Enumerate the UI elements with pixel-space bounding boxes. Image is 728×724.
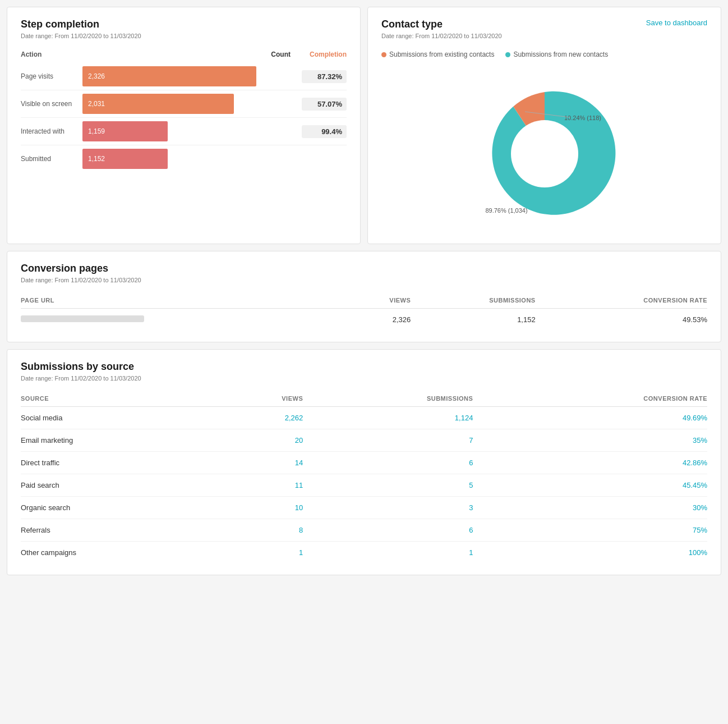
submissions-cell: 1,124 bbox=[303, 407, 473, 429]
submissions-cell: 6 bbox=[303, 519, 473, 542]
contact-type-subtitle: Date range: From 11/02/2020 to 11/03/202… bbox=[381, 33, 502, 39]
legend: Submissions from existing contacts Submi… bbox=[381, 51, 707, 58]
conversion-rate-cell: 42.86% bbox=[473, 452, 707, 474]
views-cell: 2,262 bbox=[225, 407, 303, 429]
step-table-header: Action Count Completion bbox=[21, 48, 347, 63]
submissions-cell: 1,152 bbox=[411, 309, 535, 331]
step-completion-title: Step completion bbox=[21, 19, 347, 30]
step-row: Page visits 2,326 87.32% bbox=[21, 63, 347, 90]
top-row: Step completion Date range: From 11/02/2… bbox=[7, 7, 721, 244]
contact-type-card: Contact type Date range: From 11/02/2020… bbox=[367, 7, 721, 244]
table-row: Organic search 10 3 30% bbox=[21, 497, 707, 519]
conversion-rate-cell: 100% bbox=[473, 542, 707, 564]
sub-col-submissions: SUBMISSIONS bbox=[303, 391, 473, 407]
submissions-cell: 3 bbox=[303, 497, 473, 519]
step-row: Interacted with 1,159 99.4% bbox=[21, 118, 347, 145]
source-cell: Paid search bbox=[21, 474, 225, 497]
views-cell: 1 bbox=[225, 542, 303, 564]
conversion-rate-cell: 30% bbox=[473, 497, 707, 519]
submissions-subtitle: Date range: From 11/02/2020 to 11/03/202… bbox=[21, 375, 707, 382]
conversion-pages-title: Conversion pages bbox=[21, 263, 707, 274]
col-conversion-rate: CONVERSION RATE bbox=[536, 292, 707, 309]
table-row: Email marketing 20 7 35% bbox=[21, 429, 707, 452]
conversion-rate-cell: 35% bbox=[473, 429, 707, 452]
step-bar: 1,159 bbox=[82, 121, 168, 141]
views-cell: 11 bbox=[225, 474, 303, 497]
submissions-cell: 1 bbox=[303, 542, 473, 564]
save-to-dashboard-link[interactable]: Save to dashboard bbox=[646, 19, 707, 27]
table-row: Referrals 8 6 75% bbox=[21, 519, 707, 542]
conversion-rate-cell: 49.53% bbox=[536, 309, 707, 331]
step-completion-subtitle: Date range: From 11/02/2020 to 11/03/202… bbox=[21, 33, 347, 39]
page-wrapper: Step completion Date range: From 11/02/2… bbox=[0, 0, 728, 582]
contact-type-header: Contact type Date range: From 11/02/2020… bbox=[381, 19, 707, 48]
submissions-cell: 6 bbox=[303, 452, 473, 474]
views-cell: 8 bbox=[225, 519, 303, 542]
conversion-rate-cell: 75% bbox=[473, 519, 707, 542]
source-cell: Organic search bbox=[21, 497, 225, 519]
step-row: Submitted 1,152 bbox=[21, 145, 347, 172]
sub-col-conversion-rate: CONVERSION RATE bbox=[473, 391, 707, 407]
source-cell: Social media bbox=[21, 407, 225, 429]
submissions-cell: 7 bbox=[303, 429, 473, 452]
bar-container: 1,152 bbox=[82, 149, 297, 169]
new-label: 89.76% (1,034) bbox=[485, 207, 527, 214]
contact-type-title: Contact type bbox=[381, 19, 502, 30]
bar-container: 2,031 bbox=[82, 94, 297, 114]
legend-item: Submissions from existing contacts bbox=[381, 51, 494, 58]
submissions-tbody: Social media 2,262 1,124 49.69% Email ma… bbox=[21, 407, 707, 564]
legend-dot bbox=[381, 52, 386, 57]
conversion-pages-subtitle: Date range: From 11/02/2020 to 11/03/202… bbox=[21, 277, 707, 283]
bar-container: 2,326 bbox=[82, 66, 297, 86]
bar-container: 1,159 bbox=[82, 121, 297, 141]
views-cell: 14 bbox=[225, 452, 303, 474]
header-action: Action bbox=[21, 51, 257, 58]
page-url-cell bbox=[21, 309, 353, 331]
step-bar: 1,152 bbox=[82, 149, 168, 169]
sub-col-views: VIEWS bbox=[225, 391, 303, 407]
step-bar: 2,031 bbox=[82, 94, 234, 114]
views-cell: 20 bbox=[225, 429, 303, 452]
header-count: Count bbox=[257, 51, 291, 58]
blurred-url bbox=[21, 315, 144, 322]
donut-hole bbox=[511, 120, 578, 187]
donut-chart: 10.24% (118) 89.76% (1,034) bbox=[460, 70, 629, 227]
table-row: Other campaigns 1 1 100% bbox=[21, 542, 707, 564]
step-label: Visible on screen bbox=[21, 100, 82, 108]
conversion-pages-table: PAGE URL VIEWS SUBMISSIONS CONVERSION RA… bbox=[21, 292, 707, 331]
step-completion-card: Step completion Date range: From 11/02/2… bbox=[7, 7, 361, 244]
step-row: Visible on screen 2,031 57.07% bbox=[21, 90, 347, 118]
step-rows-container: Page visits 2,326 87.32% Visible on scre… bbox=[21, 63, 347, 172]
legend-label: Submissions from new contacts bbox=[513, 51, 608, 58]
col-page-url: PAGE URL bbox=[21, 292, 353, 309]
sub-col-source: SOURCE bbox=[21, 391, 225, 407]
table-row: Social media 2,262 1,124 49.69% bbox=[21, 407, 707, 429]
col-submissions: SUBMISSIONS bbox=[411, 292, 535, 309]
donut-container: 10.24% (118) 89.76% (1,034) bbox=[381, 64, 707, 232]
completion-badge: 87.32% bbox=[302, 70, 347, 83]
step-label: Page visits bbox=[21, 72, 82, 80]
submissions-cell: 5 bbox=[303, 474, 473, 497]
conversion-pages-tbody: 2,326 1,152 49.53% bbox=[21, 309, 707, 331]
completion-badge: 57.07% bbox=[302, 98, 347, 111]
source-cell: Direct traffic bbox=[21, 452, 225, 474]
views-cell: 2,326 bbox=[353, 309, 411, 331]
legend-item: Submissions from new contacts bbox=[505, 51, 608, 58]
source-cell: Email marketing bbox=[21, 429, 225, 452]
step-label: Submitted bbox=[21, 155, 82, 163]
source-cell: Other campaigns bbox=[21, 542, 225, 564]
legend-label: Submissions from existing contacts bbox=[389, 51, 494, 58]
views-cell: 10 bbox=[225, 497, 303, 519]
submissions-table: SOURCE VIEWS SUBMISSIONS CONVERSION RATE… bbox=[21, 391, 707, 563]
conversion-rate-cell: 49.69% bbox=[473, 407, 707, 429]
step-label: Interacted with bbox=[21, 127, 82, 135]
legend-dot bbox=[505, 52, 510, 57]
source-cell: Referrals bbox=[21, 519, 225, 542]
submissions-title: Submissions by source bbox=[21, 361, 707, 373]
table-row: Direct traffic 14 6 42.86% bbox=[21, 452, 707, 474]
header-completion: Completion bbox=[291, 51, 347, 58]
submissions-by-source-card: Submissions by source Date range: From 1… bbox=[7, 349, 721, 575]
existing-label: 10.24% (118) bbox=[564, 114, 601, 121]
table-row: 2,326 1,152 49.53% bbox=[21, 309, 707, 331]
completion-badge: 99.4% bbox=[302, 125, 347, 138]
